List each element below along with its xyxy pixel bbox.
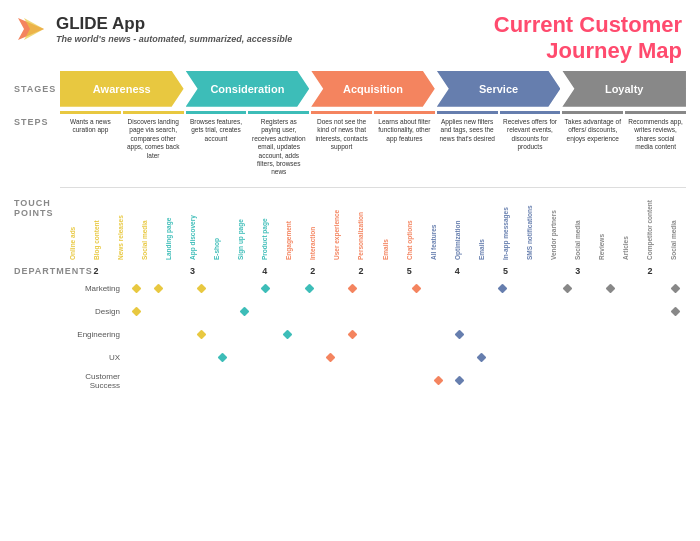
dot-cell-4-21 — [578, 377, 600, 384]
dot-cell-4-12 — [384, 377, 406, 384]
dot-cell-3-14 — [427, 354, 449, 361]
dot-0-17 — [498, 284, 508, 294]
dot-cell-2-4 — [212, 331, 234, 338]
dot-0-1 — [153, 284, 163, 294]
dot-0-0 — [132, 284, 142, 294]
dept-count-10: 2 — [301, 266, 325, 276]
dot-cell-1-5 — [234, 308, 256, 315]
dot-cell-0-7 — [277, 285, 299, 292]
dept-count-15 — [421, 266, 445, 276]
touch-label-6: E-shop — [213, 192, 220, 260]
dot-cell-1-18 — [514, 308, 536, 315]
dot-cell-2-9 — [320, 331, 342, 338]
dot-cell-1-23 — [621, 308, 643, 315]
dot-cell-4-13 — [406, 377, 428, 384]
dot-cell-4-3 — [191, 377, 213, 384]
dot-cell-0-4 — [212, 285, 234, 292]
dot-1-5 — [239, 307, 249, 317]
dot-cell-3-22 — [600, 354, 622, 361]
touch-item-25: Social media — [662, 192, 686, 260]
dot-cell-3-0 — [126, 354, 148, 361]
dot-cell-0-9 — [320, 285, 342, 292]
header: GLIDE App The world's news - automated, … — [0, 0, 700, 71]
touch-label-18: In-app messages — [502, 192, 509, 260]
dot-0-8 — [304, 284, 314, 294]
dot-cell-4-8 — [298, 377, 320, 384]
dept-count-0 — [60, 266, 84, 276]
dot-cell-0-6 — [255, 285, 277, 292]
step-cell-6: Applies new filters and tags, sees the n… — [437, 111, 498, 181]
steps-row: STEPS Wants a news curation appDiscovers… — [14, 111, 686, 181]
dept-count-4 — [156, 266, 180, 276]
dot-cell-2-25 — [664, 331, 686, 338]
dot-cell-3-13 — [406, 354, 428, 361]
step-cell-2: Browses features, gets trial, creates ac… — [186, 111, 247, 181]
dot-cell-4-7 — [277, 377, 299, 384]
logo-title: GLIDE App — [56, 14, 292, 34]
dot-cell-0-16 — [471, 285, 493, 292]
dot-cell-1-20 — [557, 308, 579, 315]
touch-item-19: SMS notifications — [517, 192, 541, 260]
touch-item-16: Optimization — [445, 192, 469, 260]
dot-cell-1-7 — [277, 308, 299, 315]
dept-count-3 — [132, 266, 156, 276]
touch-item-10: Interaction — [301, 192, 325, 260]
touch-item-7: Sign up page — [229, 192, 253, 260]
dot-cell-3-1 — [148, 354, 170, 361]
logo-subtitle-rest: - automated, summarized, accessible — [131, 34, 293, 44]
dot-cell-1-19 — [535, 308, 557, 315]
dot-cell-2-16 — [471, 331, 493, 338]
dept-count-24: 2 — [638, 266, 662, 276]
dept-count-19 — [517, 266, 541, 276]
dot-cell-1-13 — [406, 308, 428, 315]
dot-2-3 — [196, 330, 206, 340]
touch-item-18: In-app messages — [493, 192, 517, 260]
dot-cell-2-22 — [600, 331, 622, 338]
dot-cell-4-5 — [234, 377, 256, 384]
dot-cell-2-7 — [277, 331, 299, 338]
touch-label-22: Reviews — [598, 192, 605, 260]
dept-count-23 — [614, 266, 638, 276]
dept-count-20 — [542, 266, 566, 276]
step-cell-1: Discovers landing page via search, compa… — [123, 111, 184, 181]
touch-item-2: News releases — [108, 192, 132, 260]
logo-icon — [14, 12, 48, 46]
dot-cell-1-0 — [126, 308, 148, 315]
touch-label-17: Emails — [478, 192, 485, 260]
dot-cell-4-1 — [148, 377, 170, 384]
dot-cell-3-16 — [471, 354, 493, 361]
dot-cell-4-11 — [363, 377, 385, 384]
touch-item-20: Vendor partners — [542, 192, 566, 260]
dot-cell-3-3 — [191, 354, 213, 361]
step-cell-4: Does not see the kind of news that inter… — [311, 111, 372, 181]
logo-subtitle-italic: The world's news — [56, 34, 131, 44]
dept-count-14: 5 — [397, 266, 421, 276]
dot-cell-0-8 — [298, 285, 320, 292]
stages-row: STAGES AwarenessConsiderationAcquisition… — [14, 71, 686, 107]
departments-left: DEPARTMENTS — [14, 266, 60, 276]
touch-item-9: Engagement — [277, 192, 301, 260]
stages-arrows: AwarenessConsiderationAcquisitionService… — [60, 71, 686, 107]
dot-cell-0-12 — [384, 285, 406, 292]
dot-cell-1-14 — [427, 308, 449, 315]
touch-item-22: Reviews — [590, 192, 614, 260]
step-cell-5: Learns about filter functionality, other… — [374, 111, 435, 181]
dot-cell-1-24 — [643, 308, 665, 315]
departments-row: DEPARTMENTS 2342254532 MarketingDesignEn… — [14, 266, 686, 392]
dept-count-9 — [277, 266, 301, 276]
step-cell-7: Receives offers for relevant events, dis… — [500, 111, 561, 181]
dept-count-16: 4 — [445, 266, 469, 276]
touch-item-23: Articles — [614, 192, 638, 260]
dot-3-4 — [218, 353, 228, 363]
dot-cell-2-0 — [126, 331, 148, 338]
dot-2-15 — [455, 330, 465, 340]
dot-0-6 — [261, 284, 271, 294]
touch-label-23: Articles — [622, 192, 629, 260]
dot-cell-1-22 — [600, 308, 622, 315]
touch-item-1: Blog content — [84, 192, 108, 260]
dot-cell-0-13 — [406, 285, 428, 292]
touch-label-0: Online ads — [69, 192, 76, 260]
dot-cell-0-23 — [621, 285, 643, 292]
dot-cell-2-5 — [234, 331, 256, 338]
touchpoints-items: Online adsBlog contentNews releasesSocia… — [60, 192, 686, 260]
